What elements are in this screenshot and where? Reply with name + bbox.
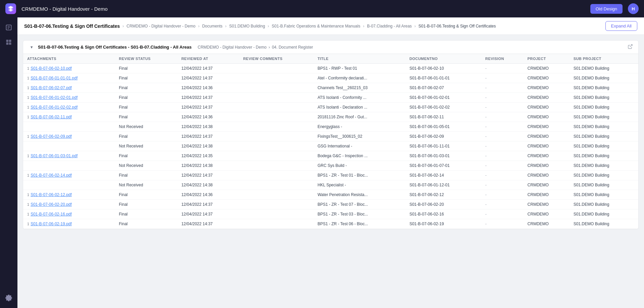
cell-sub-project: S01.DEMO Building	[570, 190, 638, 200]
attachment-link[interactable]: S01-B-07-06-02-07.pdf	[31, 85, 72, 90]
cell-document-no: S01-B-07-06-02-20	[406, 200, 481, 209]
attachment-link[interactable]: S01-B-07-06-01-02-01.pdf	[31, 95, 77, 100]
collapse-icon[interactable]: ▾	[29, 44, 35, 50]
sidebar-icon-file[interactable]	[3, 21, 15, 34]
breadcrumb-item-0[interactable]: CRMDEMO - Digital Handover - Demo	[126, 24, 195, 28]
cell-sub-project: S01.DEMO Building	[570, 122, 638, 132]
breadcrumb-item-4[interactable]: B-07.Cladding - All Areas	[367, 24, 412, 28]
cell-review-comments	[239, 141, 314, 151]
section-title: S01-B-07-06.Testing & Sign Off Certifica…	[38, 45, 192, 50]
sidebar-icon-grid[interactable]	[3, 36, 15, 48]
col-header-review-status: REVIEW STATUS	[115, 54, 177, 64]
cell-document-no: S01-B-07-06-02-07	[406, 83, 481, 93]
cell-reviewed-at: 12/04/2022 14:38	[177, 180, 239, 190]
attachment-number: 1	[27, 86, 29, 90]
cell-revision: -	[481, 219, 524, 229]
attachment-number: 1	[27, 105, 29, 109]
cell-review-comments	[239, 209, 314, 219]
cell-reviewed-at: 12/04/2022 14:35	[177, 151, 239, 161]
cell-project: CRMDEMO	[524, 73, 570, 83]
cell-review-comments	[239, 190, 314, 200]
cell-title: Atel - Conformity declarati...	[314, 73, 406, 83]
cell-attachment: 1S01-B-07-06-01-03-01.pdf	[23, 151, 115, 161]
cell-sub-project: S01.DEMO Building	[570, 200, 638, 209]
cell-review-status: Final	[115, 219, 177, 229]
breadcrumb-item-3[interactable]: S01-B.Fabric Operations & Maintenance Ma…	[272, 24, 360, 28]
cell-review-status: Final	[115, 171, 177, 180]
section-header: ▾ S01-B-07-06.Testing & Sign Off Certifi…	[23, 40, 639, 54]
table-row: 1S01-B-07-06-02-09.pdfFinal12/04/2022 14…	[23, 132, 638, 141]
cell-title: Channels Test__260215_03	[314, 83, 406, 93]
cell-project: CRMDEMO	[524, 103, 570, 112]
cell-reviewed-at: 12/04/2022 14:37	[177, 200, 239, 209]
cell-reviewed-at: 12/04/2022 14:36	[177, 112, 239, 122]
col-header-document-no: DOCUMENTNO	[406, 54, 481, 64]
breadcrumb-sep-2: ›	[225, 24, 226, 28]
attachment-number: 1	[27, 154, 29, 158]
cell-document-no: S01-B-07-06-01-02-01	[406, 93, 481, 103]
old-design-button[interactable]: Old Design	[590, 4, 623, 14]
cell-sub-project: S01.DEMO Building	[570, 161, 638, 171]
breadcrumb-item-2[interactable]: S01.DEMO Building	[229, 24, 265, 28]
document-table: ATTACHMENTS REVIEW STATUS REVIEWED AT RE…	[23, 54, 638, 229]
cell-review-status: Final	[115, 200, 177, 209]
attachment-link[interactable]: S01-B-07-06-02-12.pdf	[31, 192, 72, 197]
cell-document-no: S01-B-07-06-02-19	[406, 219, 481, 229]
cell-revision: -	[481, 122, 524, 132]
cell-sub-project: S01.DEMO Building	[570, 132, 638, 141]
attachment-link[interactable]: S01-B-07-06-02-19.pdf	[31, 222, 72, 226]
col-header-project: PROJECT	[524, 54, 570, 64]
cell-review-status: Final	[115, 190, 177, 200]
col-header-sub-project: SUB PROJECT	[570, 54, 638, 64]
attachment-number: 1	[27, 212, 29, 216]
cell-reviewed-at: 12/04/2022 14:37	[177, 132, 239, 141]
attachment-link[interactable]: S01-B-07-06-02-10.pdf	[31, 66, 72, 71]
cell-sub-project: S01.DEMO Building	[570, 209, 638, 219]
cell-attachment: 1S01-B-07-06-02-07.pdf	[23, 83, 115, 93]
cell-title: BPS1 - ZR - Test 06 - Bloc...	[314, 219, 406, 229]
svg-rect-3	[6, 43, 9, 45]
breadcrumb-item-5[interactable]: S01-B-07-06.Testing & Sign Off Certifica…	[419, 24, 496, 28]
section-breadcrumb-item-0: CRMDEMO - Digital Handover - Demo	[198, 45, 266, 50]
attachment-link[interactable]: S01-B-07-06-01-03-01.pdf	[31, 153, 77, 158]
cell-revision: -	[481, 83, 524, 93]
cell-review-status: Final	[115, 83, 177, 93]
cell-attachment: 1S01-B-07-06-01-02-01.pdf	[23, 93, 115, 103]
cell-review-status: Final	[115, 112, 177, 122]
cell-attachment: 1S01-B-07-06-01-02-02.pdf	[23, 103, 115, 112]
attachment-link[interactable]: S01-B-07-06-02-16.pdf	[31, 212, 72, 217]
cell-sub-project: S01.DEMO Building	[570, 219, 638, 229]
attachment-link[interactable]: S01-B-07-06-02-20.pdf	[31, 202, 72, 207]
cell-document-no: S01-B-07-06-02-11	[406, 112, 481, 122]
cell-revision: -	[481, 103, 524, 112]
cell-project: CRMDEMO	[524, 122, 570, 132]
cell-review-status: Final	[115, 73, 177, 83]
cell-sub-project: S01.DEMO Building	[570, 171, 638, 180]
attachment-number: 1	[27, 193, 29, 197]
cell-project: CRMDEMO	[524, 180, 570, 190]
breadcrumb-sep-1: ›	[198, 24, 200, 28]
cell-title: 20181116 Zinc Roof - Gut...	[314, 112, 406, 122]
cell-document-no: S01-B-07-06-01-05-01	[406, 122, 481, 132]
attachment-link[interactable]: S01-B-07-06-01-02-02.pdf	[31, 105, 77, 110]
cell-review-status: Not Received	[115, 141, 177, 151]
cell-attachment	[23, 180, 115, 190]
cell-review-comments	[239, 112, 314, 122]
attachment-number: 1	[27, 115, 29, 119]
svg-rect-1	[6, 40, 9, 42]
attachment-link[interactable]: S01-B-07-06-02-09.pdf	[31, 134, 72, 139]
attachment-link[interactable]: S01-B-07-06-02-11.pdf	[31, 115, 72, 119]
cell-document-no: S01-B-07-06-02-12	[406, 190, 481, 200]
attachment-number: 1	[27, 66, 29, 70]
cell-title: GSG International -	[314, 141, 406, 151]
cell-attachment: 1S01-B-07-06-02-11.pdf	[23, 112, 115, 122]
cell-sub-project: S01.DEMO Building	[570, 64, 638, 73]
expand-all-button[interactable]: Expand All	[605, 21, 637, 31]
cell-review-comments	[239, 122, 314, 132]
attachment-link[interactable]: S01-B-07-06-02-14.pdf	[31, 173, 72, 178]
external-link-icon[interactable]	[628, 44, 633, 50]
breadcrumb-item-1[interactable]: Documents	[202, 24, 223, 28]
sidebar-icon-settings[interactable]	[3, 292, 15, 304]
attachment-link[interactable]: S01-B-07-06-01-01-01.pdf	[31, 76, 77, 80]
cell-project: CRMDEMO	[524, 112, 570, 122]
